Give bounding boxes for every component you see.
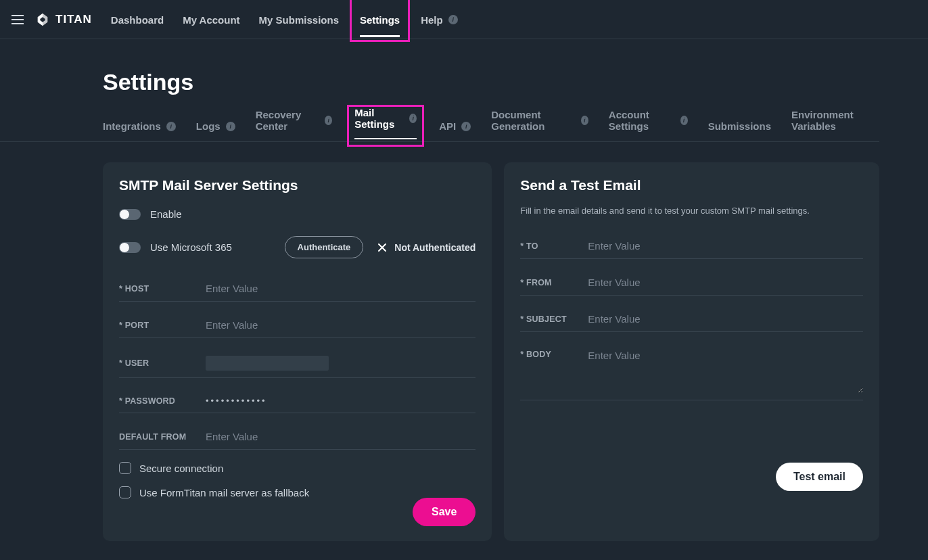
info-icon[interactable]: i bbox=[581, 116, 588, 125]
port-field: * PORT bbox=[119, 314, 475, 338]
subject-field: * SUBJECT bbox=[520, 308, 863, 332]
ms365-label: Use Microsoft 365 bbox=[150, 241, 232, 253]
enable-label: Enable bbox=[150, 208, 182, 220]
smtp-card: SMTP Mail Server Settings Enable Use Mic… bbox=[103, 162, 492, 541]
default-from-field: DEFAULT FROM bbox=[119, 425, 475, 450]
password-field: * PASSWORD •••••••••••• bbox=[119, 390, 475, 413]
subnav-api-label: API bbox=[439, 120, 456, 132]
auth-status-text: Not Authenticated bbox=[394, 242, 475, 253]
nav-dashboard[interactable]: Dashboard bbox=[111, 2, 164, 37]
subnav-document-generation[interactable]: Document Generation i bbox=[491, 109, 588, 141]
authenticate-button[interactable]: Authenticate bbox=[285, 236, 364, 258]
save-button[interactable]: Save bbox=[413, 498, 475, 526]
subnav-logs-label: Logs bbox=[196, 120, 221, 132]
body-input[interactable] bbox=[588, 350, 863, 393]
brand[interactable]: TITAN bbox=[35, 12, 92, 27]
nav-settings[interactable]: Settings bbox=[360, 2, 400, 37]
password-label: * PASSWORD bbox=[119, 396, 192, 406]
test-title: Send a Test Email bbox=[520, 177, 863, 193]
host-input[interactable] bbox=[206, 283, 475, 294]
highlight-nav-settings: Settings bbox=[350, 0, 410, 42]
user-field: * USER bbox=[119, 350, 475, 378]
body-field: * BODY bbox=[520, 344, 863, 400]
subnav-recovery-label: Recovery Center bbox=[256, 109, 319, 132]
subject-input[interactable] bbox=[588, 313, 863, 325]
subnav-env-label: Environment Variables bbox=[791, 109, 879, 132]
from-field: * FROM bbox=[520, 271, 863, 296]
host-field: * HOST bbox=[119, 277, 475, 302]
port-input[interactable] bbox=[206, 319, 475, 331]
default-from-label: DEFAULT FROM bbox=[119, 432, 192, 442]
body-label: * BODY bbox=[520, 350, 574, 359]
info-icon[interactable]: i bbox=[680, 116, 688, 125]
subnav-logs[interactable]: Logs i bbox=[196, 120, 235, 141]
password-input[interactable]: •••••••••••• bbox=[206, 396, 267, 406]
highlight-subnav-mail: Mail Settings i bbox=[347, 105, 424, 147]
subnav-recovery[interactable]: Recovery Center i bbox=[256, 109, 333, 141]
subnav-integrations[interactable]: Integrations i bbox=[103, 120, 176, 141]
fallback-checkbox[interactable] bbox=[119, 486, 131, 498]
subnav-submissions[interactable]: Submissions bbox=[708, 120, 771, 141]
info-icon[interactable]: i bbox=[409, 114, 417, 123]
page: Settings Integrations i Logs i Recovery … bbox=[0, 39, 879, 541]
menu-icon[interactable] bbox=[4, 6, 31, 33]
subnav-docgen-label: Document Generation bbox=[491, 109, 575, 132]
user-label: * USER bbox=[119, 358, 192, 368]
info-icon[interactable]: i bbox=[461, 122, 471, 131]
brand-name: TITAN bbox=[55, 13, 92, 26]
ms365-row: Use Microsoft 365 Authenticate Not Authe… bbox=[119, 236, 475, 258]
close-icon bbox=[377, 242, 388, 253]
page-title: Settings bbox=[103, 69, 879, 95]
nav-my-submissions[interactable]: My Submissions bbox=[259, 2, 339, 37]
subnav-submissions-label: Submissions bbox=[708, 120, 771, 132]
top-bar: TITAN Dashboard My Account My Submission… bbox=[0, 0, 928, 39]
smtp-title: SMTP Mail Server Settings bbox=[119, 177, 475, 193]
subnav-api[interactable]: API i bbox=[439, 120, 471, 141]
default-from-input[interactable] bbox=[206, 431, 475, 442]
settings-subnav-wrap: Integrations i Logs i Recovery Center i … bbox=[0, 114, 879, 142]
subnav-integrations-label: Integrations bbox=[103, 120, 161, 132]
nav-my-account[interactable]: My Account bbox=[183, 2, 239, 37]
subnav-mail-label: Mail Settings bbox=[354, 107, 404, 130]
fallback-row: Use FormTitan mail server as fallback bbox=[119, 486, 475, 498]
enable-toggle[interactable] bbox=[119, 209, 141, 220]
from-label: * FROM bbox=[520, 278, 574, 287]
test-email-button[interactable]: Test email bbox=[776, 463, 863, 491]
secure-label: Secure connection bbox=[139, 463, 223, 474]
fallback-label: Use FormTitan mail server as fallback bbox=[139, 487, 309, 498]
port-label: * PORT bbox=[119, 321, 192, 330]
info-icon[interactable]: i bbox=[226, 122, 235, 131]
auth-status: Not Authenticated bbox=[377, 242, 475, 253]
info-icon[interactable]: i bbox=[325, 116, 332, 125]
secure-row: Secure connection bbox=[119, 462, 475, 474]
settings-subnav: Integrations i Logs i Recovery Center i … bbox=[103, 114, 879, 141]
info-icon[interactable]: i bbox=[166, 122, 176, 131]
to-field: * TO bbox=[520, 235, 863, 259]
subnav-account-settings[interactable]: Account Settings i bbox=[609, 109, 688, 141]
test-description: Fill in the email details and send it to… bbox=[520, 206, 863, 216]
test-email-card: Send a Test Email Fill in the email deta… bbox=[504, 162, 879, 541]
ms365-toggle[interactable] bbox=[119, 242, 141, 253]
secure-checkbox[interactable] bbox=[119, 462, 131, 474]
to-input[interactable] bbox=[588, 240, 863, 252]
subnav-account-label: Account Settings bbox=[609, 109, 675, 132]
from-input[interactable] bbox=[588, 277, 863, 288]
host-label: * HOST bbox=[119, 284, 192, 294]
enable-row: Enable bbox=[119, 208, 475, 220]
user-input[interactable] bbox=[206, 356, 329, 371]
cards: SMTP Mail Server Settings Enable Use Mic… bbox=[103, 162, 879, 541]
primary-nav: Dashboard My Account My Submissions Sett… bbox=[111, 0, 458, 39]
subnav-mail-settings[interactable]: Mail Settings i bbox=[354, 107, 417, 139]
to-label: * TO bbox=[520, 241, 574, 251]
info-icon[interactable]: i bbox=[448, 15, 458, 24]
subject-label: * SUBJECT bbox=[520, 314, 574, 324]
subnav-environment-variables[interactable]: Environment Variables bbox=[791, 109, 879, 141]
brand-logo-icon bbox=[35, 12, 50, 27]
nav-help-label: Help bbox=[421, 14, 443, 26]
nav-help[interactable]: Help i bbox=[421, 2, 458, 37]
